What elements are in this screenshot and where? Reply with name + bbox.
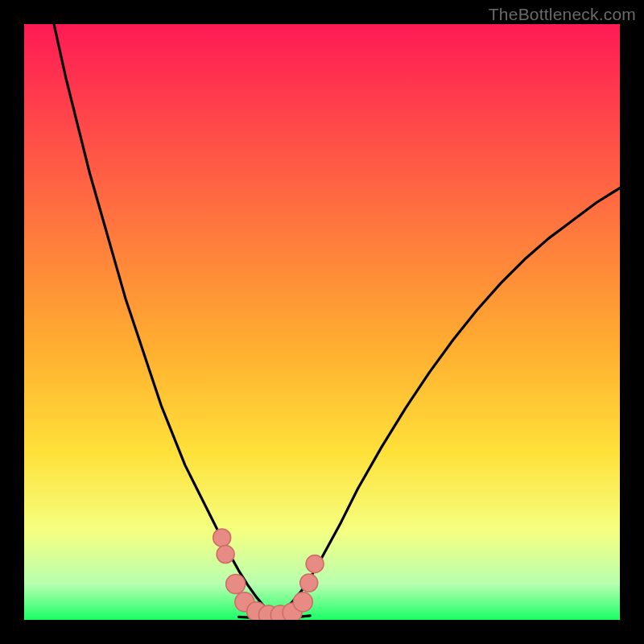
data-point-0 [213, 529, 231, 547]
data-point-8 [293, 592, 312, 612]
gradient-background [24, 24, 620, 620]
data-point-10 [306, 555, 324, 572]
outer-frame: TheBottleneck.com [0, 0, 644, 644]
watermark-text: TheBottleneck.com [489, 5, 636, 24]
bottleneck-chart [24, 24, 620, 620]
plot-area [24, 24, 620, 620]
data-point-9 [300, 574, 318, 592]
data-point-1 [217, 546, 234, 564]
data-point-2 [226, 575, 246, 594]
